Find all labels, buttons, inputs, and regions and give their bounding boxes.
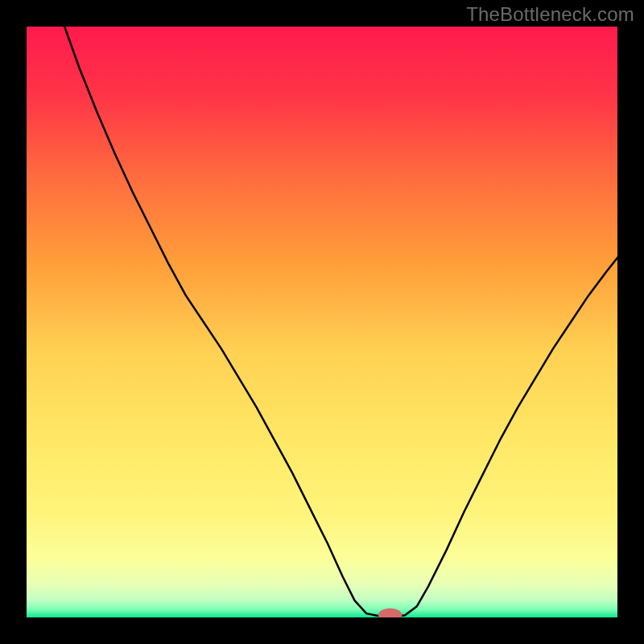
chart-gradient-background xyxy=(26,26,618,618)
bottleneck-chart xyxy=(0,0,644,644)
chart-container: TheBottleneck.com xyxy=(0,0,644,644)
watermark-text: TheBottleneck.com xyxy=(466,3,634,26)
